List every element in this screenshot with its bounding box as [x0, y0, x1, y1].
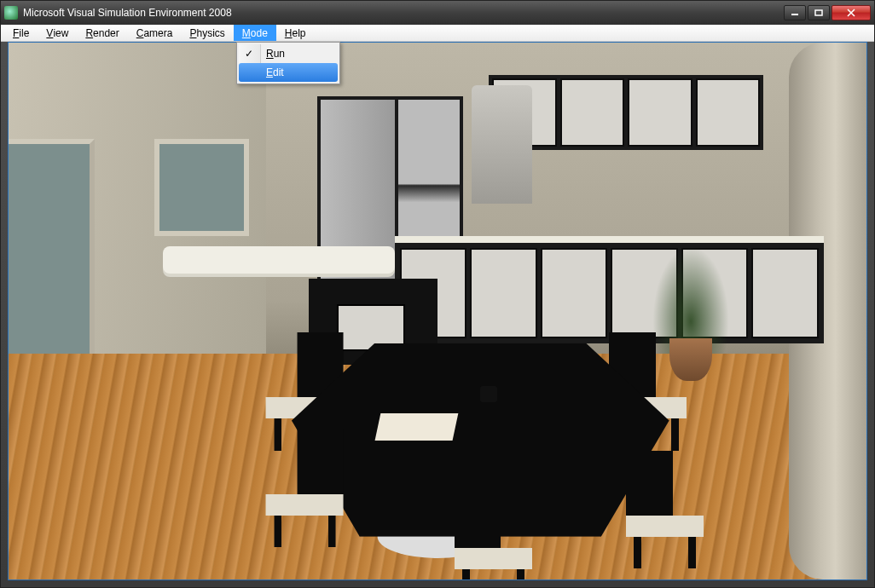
app-icon — [4, 6, 18, 20]
minimize-button[interactable] — [784, 5, 806, 20]
svg-rect-0 — [791, 14, 798, 15]
menu-help[interactable]: Help — [276, 25, 315, 41]
window-controls — [784, 5, 871, 20]
scene-chair — [266, 429, 344, 548]
scene-chair — [455, 483, 532, 579]
checkmark-icon: ✓ — [245, 48, 253, 60]
scene-counter — [395, 236, 824, 343]
scene-mug — [480, 386, 497, 402]
maximize-icon — [814, 9, 823, 16]
scene-door — [9, 139, 95, 375]
mode-dropdown-item-run[interactable]: ✓ Run — [239, 44, 338, 63]
viewport-frame — [8, 42, 867, 580]
app-window: Microsoft Visual Simulation Environment … — [0, 0, 875, 588]
titlebar[interactable]: Microsoft Visual Simulation Environment … — [1, 1, 874, 25]
menubar: File View Render Camera Physics Mode Hel… — [1, 25, 874, 42]
menu-physics[interactable]: Physics — [181, 25, 233, 41]
minimize-icon — [791, 9, 799, 16]
maximize-button[interactable] — [808, 5, 830, 20]
scene-window — [154, 139, 249, 235]
scene-island-top — [163, 246, 395, 274]
scene-book — [374, 413, 457, 441]
svg-rect-1 — [815, 10, 822, 15]
menu-render[interactable]: Render — [77, 25, 127, 41]
mode-dropdown: ✓ Run Edit — [236, 42, 340, 84]
close-icon — [846, 9, 856, 17]
scene-chair — [626, 451, 704, 569]
menu-view[interactable]: View — [38, 25, 77, 41]
menu-file[interactable]: File — [4, 25, 38, 41]
menu-camera[interactable]: Camera — [128, 25, 182, 41]
close-button[interactable] — [832, 5, 871, 20]
scene-range-hood — [472, 85, 531, 204]
mode-dropdown-item-edit[interactable]: Edit — [239, 63, 338, 82]
window-title: Microsoft Visual Simulation Environment … — [23, 7, 784, 19]
simulation-viewport[interactable] — [9, 43, 866, 579]
menu-mode[interactable]: Mode — [234, 25, 276, 41]
